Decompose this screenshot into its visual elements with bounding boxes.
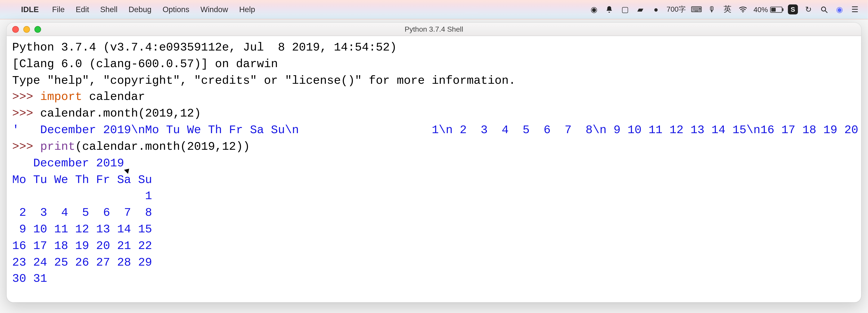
window-titlebar[interactable]: Python 3.7.4 Shell: [7, 23, 861, 36]
calendar-row-5: 23 24 25 26 27 28 29: [12, 256, 152, 269]
sync-icon[interactable]: ↻: [804, 5, 813, 14]
user-icon[interactable]: ●: [651, 5, 661, 14]
calendar-row-4: 16 17 18 19 20 21 22: [12, 239, 152, 252]
banner-line-3: Type "help", "copyright", "credits" or "…: [12, 74, 516, 87]
keyboard-icon[interactable]: ⌨: [691, 5, 701, 14]
menu-window[interactable]: Window: [195, 5, 234, 14]
menu-options[interactable]: Options: [157, 5, 195, 14]
calendar-header: Mo Tu We Th Fr Sa Su: [12, 173, 152, 186]
app-menu[interactable]: IDLE: [16, 5, 44, 14]
keyword-import: import: [40, 91, 82, 103]
prompt: >>>: [12, 140, 40, 153]
calendar-row-1: 1: [12, 190, 152, 203]
bell-icon[interactable]: [604, 6, 614, 13]
cmd1-rest: calendar: [82, 91, 145, 103]
menu-file[interactable]: File: [46, 5, 70, 14]
menu-help[interactable]: Help: [234, 5, 261, 14]
app-icon-s[interactable]: S: [788, 4, 798, 14]
window-title: Python 3.7.4 Shell: [7, 25, 861, 33]
calendar-row-6: 30 31: [12, 273, 47, 285]
builtin-print: print: [40, 140, 75, 153]
calendar-title: December 2019: [12, 157, 124, 169]
word-count-status[interactable]: 700字: [666, 4, 686, 14]
battery-status[interactable]: 40%: [753, 5, 782, 13]
menu-debug[interactable]: Debug: [123, 5, 157, 14]
siri-icon[interactable]: ◉: [835, 5, 844, 14]
macos-menubar: IDLE File Edit Shell Debug Options Windo…: [0, 0, 868, 19]
menu-edit[interactable]: Edit: [70, 5, 95, 14]
menu-shell[interactable]: Shell: [95, 5, 123, 14]
control-center-icon[interactable]: ☰: [850, 5, 860, 14]
repr-output: ' December 2019\nMo Tu We Th Fr Sa Su\n …: [12, 124, 861, 136]
spotlight-icon[interactable]: [819, 5, 829, 13]
banner-line-2: [Clang 6.0 (clang-600.0.57)] on darwin: [12, 58, 278, 70]
prompt: >>>: [12, 107, 40, 120]
menubar-right: ◉ ▢ ▰ ● 700字 ⌨ 🎙 英 40% S ↻ ◉ ☰: [589, 4, 860, 14]
cmd3-args: (calendar.month(2019,12)): [75, 140, 250, 153]
shell-content[interactable]: Python 3.7.4 (v3.7.4:e09359112e, Jul 8 2…: [7, 36, 861, 303]
display-icon[interactable]: ▰: [636, 5, 645, 14]
calendar-row-2: 2 3 4 5 6 7 8: [12, 206, 152, 219]
svg-line-2: [825, 10, 827, 12]
battery-percent: 40%: [753, 5, 768, 13]
banner-line-1: Python 3.7.4 (v3.7.4:e09359112e, Jul 8 2…: [12, 41, 404, 54]
cmd2: calendar.month(2019,12): [40, 107, 201, 120]
menubar-left: IDLE File Edit Shell Debug Options Windo…: [8, 5, 261, 14]
prompt: >>>: [12, 91, 40, 103]
calendar-row-3: 9 10 11 12 13 14 15: [12, 223, 152, 236]
idle-shell-window: Python 3.7.4 Shell Python 3.7.4 (v3.7.4:…: [7, 23, 861, 302]
battery-icon: [770, 6, 782, 12]
record-icon[interactable]: ◉: [589, 5, 599, 14]
wifi-icon[interactable]: [738, 6, 748, 13]
mic-icon[interactable]: 🎙: [707, 5, 717, 14]
svg-point-1: [821, 7, 826, 11]
svg-point-0: [742, 11, 744, 12]
app-icon-1[interactable]: ▢: [620, 5, 630, 14]
ime-icon[interactable]: 英: [722, 4, 732, 14]
